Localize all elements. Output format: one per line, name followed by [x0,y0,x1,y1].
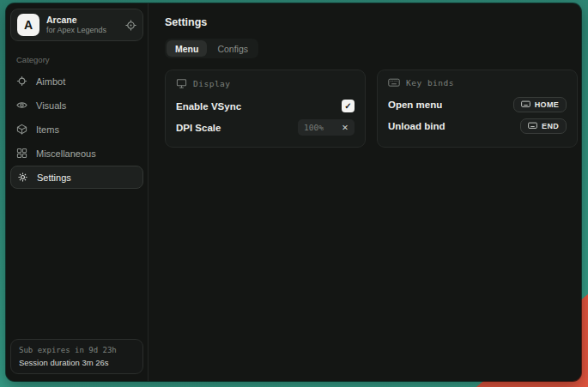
monitor-icon [176,78,187,89]
tab-configs[interactable]: Configs [209,40,257,57]
app-header-text: Arcane for Apex Legends [46,15,106,34]
clear-icon[interactable]: ✕ [342,124,349,132]
sidebar-item-aimbot[interactable]: Aimbot [10,70,143,93]
crosshair-icon [16,76,28,87]
sidebar-item-label: Miscellaneous [36,148,96,159]
sidebar-item-label: Settings [37,172,71,183]
page-title: Settings [165,16,578,28]
sidebar: A Arcane for Apex Legends Category Aimbo… [6,3,149,381]
dpi-label: DPI Scale [176,123,221,133]
tab-menu[interactable]: Menu [167,40,207,57]
main-content: Settings Menu Configs Display Enable VSy… [149,3,581,381]
vsync-checkbox[interactable]: ✓ [342,100,355,112]
app-subtitle: for Apex Legends [46,27,106,34]
open-menu-label: Open menu [388,100,442,110]
unload-bind-label: Unload bind [388,121,445,131]
keybinds-card: Key binds Open menu HOME Unload bind [377,70,578,148]
keyboard-icon [521,100,530,108]
sidebar-menu: Aimbot Visuals Items [6,70,148,189]
display-card: Display Enable VSync ✓ DPI Scale 100% ✕ [165,70,366,148]
keyboard-icon [528,122,537,130]
dpi-scale-value: 100% [304,123,324,132]
open-menu-row: Open menu HOME [388,94,567,115]
keybinds-card-title: Key binds [406,78,454,88]
app-window: A Arcane for Apex Legends Category Aimbo… [6,3,581,381]
gear-icon [17,172,29,183]
app-header-card: A Arcane for Apex Legends [10,9,143,41]
app-name: Arcane [46,15,106,25]
grid-icon [16,148,28,159]
cube-icon [16,124,28,135]
category-label: Category [16,55,148,64]
dpi-row: DPI Scale 100% ✕ [176,117,355,138]
unload-bind-keybind-button[interactable]: END [520,118,567,134]
sidebar-item-visuals[interactable]: Visuals [10,94,143,117]
open-menu-key: HOME [535,100,559,109]
sidebar-item-label: Visuals [36,100,66,111]
sidebar-item-label: Items [36,124,59,135]
app-logo: A [17,14,39,36]
session-duration-text: Session duration 3m 26s [19,358,135,367]
subscription-card: Sub expires in 9d 23h Session duration 3… [10,339,143,374]
sidebar-item-settings[interactable]: Settings [10,166,143,189]
dpi-scale-input[interactable]: 100% ✕ [298,119,355,136]
keybinds-card-header: Key binds [388,78,567,88]
target-icon[interactable] [125,20,136,31]
sidebar-item-items[interactable]: Items [10,118,143,141]
unload-bind-row: Unload bind END [388,115,567,136]
sidebar-item-label: Aimbot [36,76,65,87]
unload-bind-key: END [542,122,559,130]
eye-icon [16,100,28,111]
sidebar-item-miscellaneous[interactable]: Miscellaneous [10,142,143,165]
display-card-title: Display [193,79,231,88]
sub-expires-text: Sub expires in 9d 23h [19,346,135,354]
vsync-row: Enable VSync ✓ [176,95,355,117]
display-card-header: Display [176,78,355,89]
settings-cards: Display Enable VSync ✓ DPI Scale 100% ✕ [165,70,578,148]
tab-bar: Menu Configs [165,39,258,58]
open-menu-keybind-button[interactable]: HOME [513,97,567,112]
keyboard-icon [388,78,400,88]
vsync-label: Enable VSync [176,101,241,112]
